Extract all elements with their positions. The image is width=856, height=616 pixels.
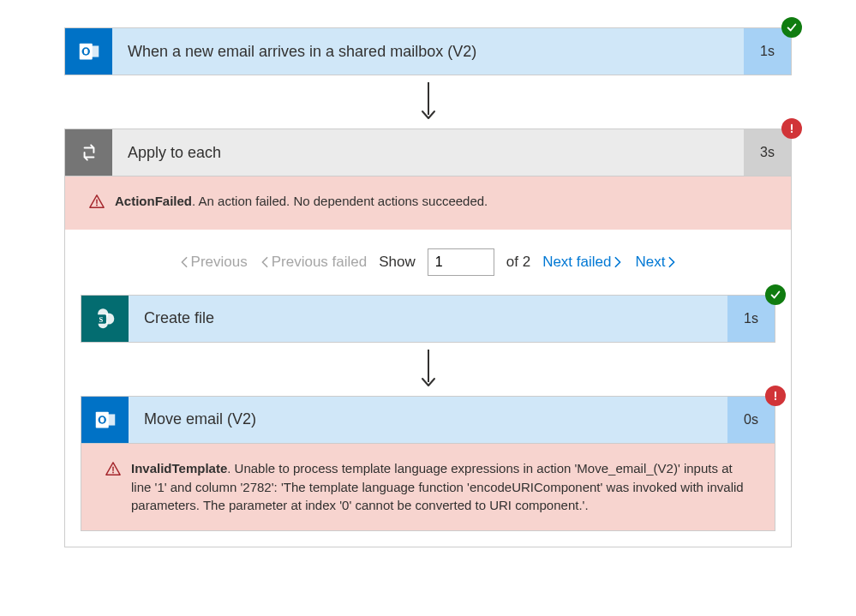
arrow-down-icon [64, 75, 792, 129]
show-label: Show [379, 254, 416, 271]
sharepoint-icon: S [81, 296, 129, 342]
checkmark-icon [765, 284, 786, 305]
arrow-down-icon [81, 343, 775, 396]
loop-duration: 3s [744, 129, 791, 176]
iteration-pager: Previous Previous failed Show of 2 Next … [65, 230, 791, 295]
next-failed-button[interactable]: Next failed [542, 254, 623, 271]
move-email-error-text: InvalidTemplate. Unable to process templ… [131, 459, 751, 515]
loop-icon [65, 129, 112, 176]
move-email-duration: 0s [727, 397, 775, 443]
chevron-right-icon [613, 256, 623, 268]
create-file-duration: 1s [727, 296, 775, 342]
checkmark-icon [781, 17, 802, 38]
create-file-title: Create file [129, 296, 727, 342]
svg-point-6 [791, 131, 793, 133]
error-icon [765, 386, 786, 406]
trigger-title: When a new email arrives in a shared mai… [112, 28, 744, 75]
previous-failed-button[interactable]: Previous failed [260, 254, 368, 271]
svg-point-22 [112, 471, 114, 473]
next-button[interactable]: Next [635, 254, 677, 271]
outlook-icon [65, 28, 112, 75]
loop-body: ActionFailed. An action failed. No depen… [64, 176, 792, 547]
warning-icon [89, 194, 105, 214]
svg-rect-1 [90, 45, 98, 57]
svg-text:S: S [99, 315, 103, 324]
outlook-icon [81, 397, 129, 443]
warning-icon [105, 461, 121, 481]
svg-point-8 [96, 205, 98, 206]
trigger-duration: 1s [744, 28, 791, 75]
move-email-card[interactable]: Move email (V2) 0s [81, 396, 775, 444]
create-file-card[interactable]: S Create file 1s [81, 295, 775, 343]
iteration-input[interactable] [428, 248, 494, 276]
loop-card[interactable]: Apply to each 3s [64, 129, 792, 176]
of-label: of 2 [506, 254, 530, 271]
move-email-title: Move email (V2) [129, 397, 727, 443]
svg-rect-16 [106, 414, 114, 425]
previous-button[interactable]: Previous [179, 254, 248, 271]
trigger-card[interactable]: When a new email arrives in a shared mai… [64, 27, 792, 75]
loop-error-banner: ActionFailed. An action failed. No depen… [65, 176, 791, 230]
svg-point-20 [775, 398, 776, 400]
svg-point-18 [99, 416, 104, 422]
loop-error-text: ActionFailed. An action failed. No depen… [115, 192, 488, 211]
move-email-error-banner: InvalidTemplate. Unable to process templ… [81, 444, 775, 531]
chevron-right-icon [667, 256, 677, 268]
chevron-left-icon [179, 256, 189, 268]
loop-title: Apply to each [112, 129, 744, 176]
error-icon [781, 118, 802, 139]
chevron-left-icon [260, 256, 270, 268]
svg-point-3 [83, 49, 87, 55]
